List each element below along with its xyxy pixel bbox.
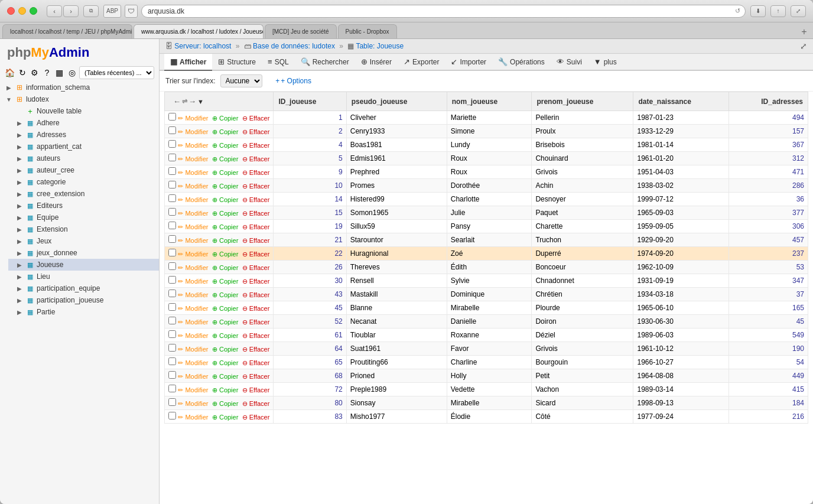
row-checkbox[interactable] (168, 398, 176, 406)
row-checkbox[interactable] (168, 126, 176, 134)
delete-link[interactable]: ⊖ Effacer (242, 332, 270, 340)
expand-icon[interactable]: ▶ (5, 83, 13, 92)
more-icon[interactable]: ◎ (67, 67, 77, 79)
help-icon[interactable]: ? (42, 67, 52, 79)
expand-icon[interactable]: ▶ (15, 178, 24, 186)
recent-tables-select[interactable]: (Tables récentes) ... (79, 66, 154, 79)
expand-icon[interactable]: ▶ (15, 213, 24, 222)
table-item-auteur-cree[interactable]: ▶ ▦ auteur_cree (8, 164, 159, 176)
table-item-adhere[interactable]: ▶ ▦ Adhere (8, 117, 159, 129)
table-item-participation-joueuse[interactable]: ▶ ▦ participation_joueuse (8, 294, 159, 306)
edit-link[interactable]: ✏ Modifier (178, 400, 208, 408)
copy-link[interactable]: ⊕ Copier (212, 305, 238, 313)
copy-link[interactable]: ⊕ Copier (212, 346, 238, 353)
breadcrumb-table[interactable]: Table: Joueuse (356, 42, 404, 50)
maximize-button[interactable] (30, 7, 37, 15)
breadcrumb-collapse[interactable]: ⤢ (800, 41, 807, 51)
close-button[interactable] (7, 7, 15, 15)
expand-icon[interactable]: ▶ (15, 201, 24, 210)
db-item-ludotex[interactable]: ▼ ⊞ ludotex (0, 93, 159, 105)
row-checkbox[interactable] (168, 208, 176, 216)
table-item-jeux-donnee[interactable]: ▶ ▦ jeux_donnee (8, 247, 159, 259)
delete-link[interactable]: ⊖ Effacer (242, 169, 270, 177)
col-nom[interactable]: nom_joueuse (447, 92, 532, 111)
table-item-editeurs[interactable]: ▶ ▦ Editeurs (8, 200, 159, 212)
expand-icon[interactable]: ▶ (15, 237, 24, 245)
col-prenom[interactable]: prenom_joueuse (532, 92, 633, 111)
table-item-cree-extension[interactable]: ▶ ▦ cree_extension (8, 188, 159, 200)
tab-overview-button[interactable]: ⧉ (83, 5, 99, 17)
edit-link[interactable]: ✏ Modifier (178, 264, 208, 272)
settings-icon[interactable]: ⚙ (30, 67, 40, 79)
copy-link[interactable]: ⊕ Copier (212, 169, 238, 177)
delete-link[interactable]: ⊖ Effacer (242, 251, 270, 258)
edit-link[interactable]: ✏ Modifier (178, 237, 208, 245)
copy-link[interactable]: ⊕ Copier (212, 115, 238, 122)
sort-dropdown-icon[interactable]: ▼ (197, 98, 204, 105)
edit-link[interactable]: ✏ Modifier (178, 223, 208, 231)
sort-select[interactable]: Aucune (220, 74, 262, 87)
tab-rechercher[interactable]: 🔍 Rechercher (295, 54, 355, 71)
delete-link[interactable]: ⊖ Effacer (242, 155, 270, 163)
copy-link[interactable]: ⊕ Copier (212, 414, 238, 421)
row-checkbox[interactable] (168, 194, 176, 202)
tab-plus[interactable]: ▼ plus (588, 54, 623, 71)
expand-icon[interactable]: ▶ (15, 190, 24, 198)
expand-icon[interactable]: ▶ (15, 142, 24, 151)
copy-link[interactable]: ⊕ Copier (212, 251, 238, 258)
row-checkbox[interactable] (168, 330, 176, 338)
copy-link[interactable]: ⊕ Copier (212, 278, 238, 285)
delete-link[interactable]: ⊖ Effacer (242, 237, 270, 245)
browser-tab-1[interactable]: www.arquusia.dk / localhost / ludotex / … (134, 24, 264, 38)
move-col-icon[interactable]: ⇌ (182, 97, 187, 105)
table-item-categorie[interactable]: ▶ ▦ categorie (8, 176, 159, 188)
download-button[interactable]: ⬇ (750, 5, 766, 17)
options-link[interactable]: + + Options (275, 77, 311, 85)
delete-link[interactable]: ⊖ Effacer (242, 128, 270, 136)
edit-link[interactable]: ✏ Modifier (178, 155, 208, 163)
table-item-appartient[interactable]: ▶ ▦ appartient_cat (8, 141, 159, 152)
delete-link[interactable]: ⊖ Effacer (242, 346, 270, 353)
table-item-lieu[interactable]: ▶ ▦ Lieu (8, 271, 159, 282)
edit-link[interactable]: ✏ Modifier (178, 278, 208, 285)
edit-link[interactable]: ✏ Modifier (178, 386, 208, 394)
share-button[interactable]: ↑ (770, 5, 786, 17)
expand-icon[interactable]: ▶ (15, 166, 24, 174)
col-date[interactable]: date_naissance (633, 92, 729, 111)
row-checkbox[interactable] (168, 276, 176, 284)
copy-link[interactable]: ⊕ Copier (212, 196, 238, 204)
home-icon[interactable]: 🏠 (5, 67, 15, 79)
edit-link[interactable]: ✏ Modifier (178, 196, 208, 204)
row-checkbox[interactable] (168, 235, 176, 243)
delete-link[interactable]: ⊖ Effacer (242, 223, 270, 231)
expand-icon[interactable]: ▶ (15, 284, 24, 292)
nav-left-icon[interactable]: ← (173, 97, 181, 106)
copy-link[interactable]: ⊕ Copier (212, 373, 238, 381)
expand-icon[interactable]: ▶ (15, 154, 24, 162)
delete-link[interactable]: ⊖ Effacer (242, 414, 270, 421)
tab-afficher[interactable]: ▦ Afficher (164, 54, 212, 71)
shield-button[interactable]: 🛡 (125, 5, 138, 18)
edit-link[interactable]: ✏ Modifier (178, 291, 208, 299)
delete-link[interactable]: ⊖ Effacer (242, 264, 270, 272)
minimize-button[interactable] (18, 7, 26, 15)
browser-tab-3[interactable]: Public - Dropbox (338, 24, 397, 38)
row-checkbox[interactable] (168, 154, 176, 161)
expand-icon[interactable]: ▶ (15, 308, 24, 316)
expand-icon[interactable]: ▶ (15, 272, 24, 281)
tab-exporter[interactable]: ↗ Exporter (398, 54, 445, 71)
col-pseudo[interactable]: pseudo_joueuse (346, 92, 447, 111)
edit-link[interactable]: ✏ Modifier (178, 210, 208, 217)
expand-icon[interactable]: ▶ (15, 131, 24, 139)
edit-link[interactable]: ✏ Modifier (178, 183, 208, 190)
expand-icon[interactable]: ▶ (15, 249, 24, 257)
row-checkbox[interactable] (168, 167, 176, 175)
copy-link[interactable]: ⊕ Copier (212, 332, 238, 340)
col-id-adresses[interactable]: ID_adresses (729, 92, 808, 111)
table-item-auteurs[interactable]: ▶ ▦ auteurs (8, 152, 159, 164)
delete-link[interactable]: ⊖ Effacer (242, 210, 270, 217)
browser-tab-0[interactable]: localhost / localhost / temp / JEU / php… (2, 24, 132, 38)
row-checkbox[interactable] (168, 262, 176, 270)
col-id-joueuse[interactable]: ID_joueuse (274, 92, 346, 111)
row-checkbox[interactable] (168, 290, 176, 297)
